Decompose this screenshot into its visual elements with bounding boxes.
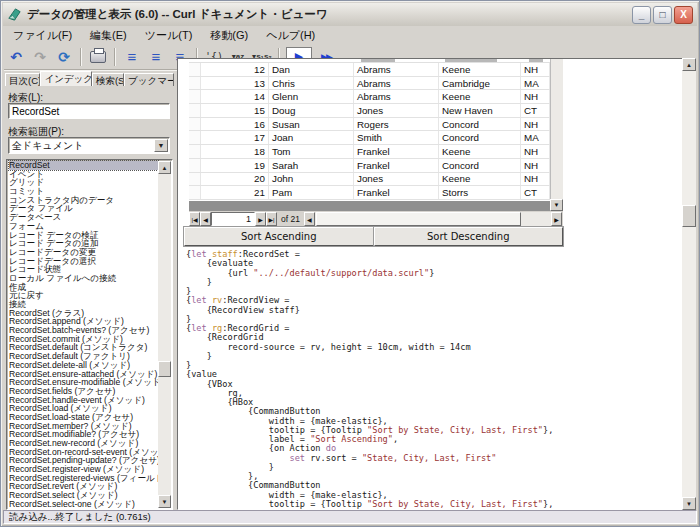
table-row[interactable]: 14GlennAbramsKeeneNH: [189, 90, 550, 104]
table-row[interactable]: 12DanAbramsKeeneNH: [189, 63, 550, 77]
toolbar-separator: [80, 48, 82, 66]
forward-icon[interactable]: ↷: [29, 46, 51, 68]
menu-edit[interactable]: 編集(E): [81, 26, 136, 45]
grid-filler: [189, 201, 550, 211]
record-navigator: |◀ ◀ 1 ▶ ▶| of 21 ◀ ▶: [189, 211, 563, 227]
table-row[interactable]: 17JoanSmithConcordMA: [189, 131, 550, 145]
tab-index[interactable]: インデックス(N): [40, 71, 92, 86]
scope-select[interactable]: 全ドキュメント ▼: [8, 137, 170, 154]
scroll-up-icon[interactable]: ▲: [682, 58, 696, 71]
toolbar-separator: [114, 48, 116, 66]
status-text: 読み込み...終了しました (0.761s): [9, 511, 151, 524]
scrollbar-thumb[interactable]: [316, 212, 521, 226]
chevron-down-icon[interactable]: ▼: [154, 139, 168, 152]
scroll-down-icon[interactable]: ▼: [682, 497, 696, 510]
next-record-icon[interactable]: ▶: [255, 212, 266, 226]
sort-descending-button[interactable]: Sort Descending: [374, 227, 564, 246]
scroll-up-icon[interactable]: ▲: [158, 161, 171, 174]
tab-search[interactable]: 検索(S): [92, 73, 124, 86]
menu-tools[interactable]: ツール(T): [136, 26, 202, 45]
print-icon[interactable]: [90, 51, 106, 63]
minimize-button[interactable]: _: [632, 6, 651, 24]
status-bar: 読み込み...終了しました (0.761s): [3, 510, 697, 524]
app-window: データの管理と表示 (6.0) -- Curl ドキュメント・ビューワ _ □ …: [0, 0, 700, 527]
menu-file[interactable]: ファイル(F): [4, 26, 81, 45]
index-list-item[interactable]: RecordSet.select-one (メソッド): [9, 500, 158, 509]
scrollbar-thumb[interactable]: [158, 361, 171, 377]
index-list-item[interactable]: 元に戻す: [9, 291, 158, 300]
document-scrollbar[interactable]: ▲ ▼: [682, 58, 696, 510]
scroll-right-icon[interactable]: ▶: [551, 212, 562, 226]
table-row[interactable]: 15DougJonesNew HavenCT: [189, 104, 550, 118]
bullet-list-icon[interactable]: ≡: [121, 46, 143, 68]
prev-record-icon[interactable]: ◀: [200, 212, 211, 226]
refresh-icon[interactable]: ⟳: [53, 46, 75, 68]
search-input[interactable]: [8, 103, 170, 119]
sort-buttons-row: Sort Ascending Sort Descending: [184, 227, 563, 246]
record-count-label: of 21: [277, 214, 304, 224]
back-icon[interactable]: ↶: [5, 46, 27, 68]
last-record-icon[interactable]: ▶|: [266, 212, 277, 226]
index-list-item[interactable]: ローカル ファイルへの接続: [9, 274, 158, 283]
jump-list-icon[interactable]: ≡: [145, 46, 167, 68]
grid-vertical-scrollbar[interactable]: [550, 59, 563, 209]
grid-partial-row: [189, 59, 550, 63]
scroll-down-icon[interactable]: ▼: [158, 495, 171, 508]
app-icon: [7, 7, 22, 22]
index-list-scrollbar[interactable]: ▲ ▼: [158, 161, 171, 508]
index-list: RecordSetイベントグリッドコミットコンストラクタ内のデータデータ ファイ…: [6, 159, 173, 510]
record-grid: 12DanAbramsKeeneNH13ChrisAbramsCambridge…: [189, 59, 550, 200]
table-row[interactable]: 18TomFrankelKeeneNH: [189, 145, 550, 159]
sidebar-tabs: 目次(C) インデックス(N) 検索(S) ブックマーク(B): [5, 71, 174, 86]
menu-help[interactable]: ヘルプ(H): [257, 26, 324, 45]
scrollbar-thumb[interactable]: [682, 205, 696, 227]
document-area: 12DanAbramsKeeneNH13ChrisAbramsCambridge…: [177, 58, 685, 510]
tab-bookmarks[interactable]: ブックマーク(B): [124, 73, 174, 86]
grid-scroll-down-icon[interactable]: ▼: [550, 199, 563, 211]
window-title: データの管理と表示 (6.0) -- Curl ドキュメント・ビューワ: [27, 7, 632, 22]
menu-go[interactable]: 移動(G): [201, 26, 257, 45]
scope-value: 全ドキュメント: [12, 139, 83, 153]
menu-bar: ファイル(F) 編集(E) ツール(T) 移動(G) ヘルプ(H): [4, 27, 696, 44]
table-row[interactable]: 13ChrisAbramsCambridgeMA: [189, 77, 550, 91]
first-record-icon[interactable]: |◀: [189, 212, 200, 226]
table-row[interactable]: 20JohnJonesKeeneNH: [189, 173, 550, 187]
close-button[interactable]: X: [674, 6, 693, 24]
tab-contents[interactable]: 目次(C): [5, 73, 40, 86]
sort-ascending-button[interactable]: Sort Ascending: [184, 227, 374, 246]
sidebar: 目次(C) インデックス(N) 検索(S) ブックマーク(B) 検索(L): 検…: [4, 71, 175, 510]
table-row[interactable]: 21PamFrankelStorrsCT: [189, 186, 550, 200]
code-listing: {let staff:RecordSet = {evaluate {url ".…: [186, 250, 668, 509]
table-row[interactable]: 19SarahFrankelConcordNH: [189, 159, 550, 173]
maximize-button[interactable]: □: [653, 6, 672, 24]
grid-horizontal-scrollbar[interactable]: ◀ ▶: [304, 212, 562, 226]
scroll-left-icon[interactable]: ◀: [304, 212, 315, 226]
table-row[interactable]: 16SusanRogersConcordNH: [189, 118, 550, 132]
title-bar[interactable]: データの管理と表示 (6.0) -- Curl ドキュメント・ビューワ _ □ …: [3, 3, 697, 26]
record-number-field[interactable]: 1: [211, 212, 255, 226]
